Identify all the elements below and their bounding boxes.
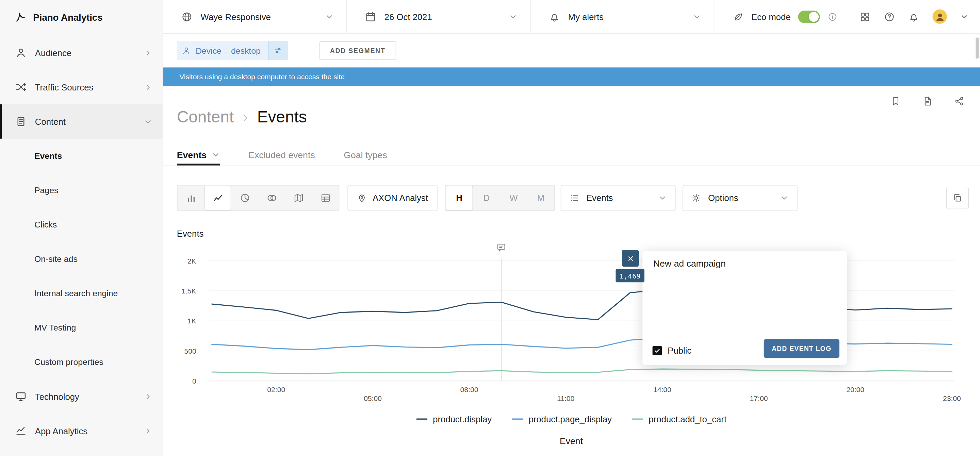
granularity-hour[interactable]: H bbox=[446, 186, 473, 210]
help-icon[interactable] bbox=[884, 11, 895, 22]
granularity-week[interactable]: W bbox=[500, 186, 527, 210]
site-selector[interactable]: Waye Responsive bbox=[163, 0, 347, 33]
piano-logo-icon bbox=[14, 11, 26, 23]
pie-chart-icon[interactable] bbox=[231, 186, 258, 210]
chevron-down-icon bbox=[780, 194, 789, 202]
legend-swatch bbox=[416, 419, 427, 420]
checkbox-checked-icon[interactable] bbox=[653, 346, 662, 355]
tab-excluded-events[interactable]: Excluded events bbox=[248, 143, 315, 165]
chevron-right-icon bbox=[143, 83, 153, 92]
sidebar-subitem-onsite-ads[interactable]: On-site ads bbox=[0, 242, 163, 276]
sidebar-subitem-pages[interactable]: Pages bbox=[0, 173, 163, 207]
scrollbar-thumb[interactable] bbox=[975, 37, 978, 59]
granularity-day[interactable]: D bbox=[473, 186, 500, 210]
segment-user-icon bbox=[177, 41, 196, 60]
alerts-selector[interactable]: My alerts bbox=[530, 0, 714, 33]
options-dropdown[interactable]: Options bbox=[682, 185, 798, 211]
chevron-down-icon[interactable] bbox=[960, 12, 969, 21]
save-report-icon[interactable] bbox=[922, 95, 933, 107]
axon-analyst-button[interactable]: AXON Analyst bbox=[347, 185, 437, 211]
tab-events[interactable]: Events bbox=[177, 143, 220, 165]
granularity-switcher: H D W M bbox=[445, 185, 555, 211]
sidebar-item-traffic-sources[interactable]: Traffic Sources bbox=[0, 70, 163, 104]
dimension-dropdown-value: Events bbox=[586, 193, 613, 203]
dimension-dropdown[interactable]: Events bbox=[561, 185, 676, 211]
tab-label: Events bbox=[177, 149, 207, 159]
sidebar-subitem-events[interactable]: Events bbox=[0, 139, 163, 173]
public-checkbox-row[interactable]: Public bbox=[653, 345, 692, 355]
event-log-title-input[interactable]: New ad campaign bbox=[653, 259, 726, 268]
bookmark-icon[interactable] bbox=[890, 95, 901, 107]
chevron-down-icon bbox=[692, 12, 701, 21]
line-chart-icon[interactable] bbox=[205, 186, 231, 210]
copy-data-button[interactable] bbox=[946, 187, 969, 209]
share-icon[interactable] bbox=[954, 95, 965, 107]
sidebar-item-app-analytics[interactable]: App Analytics bbox=[0, 413, 163, 448]
venn-chart-icon[interactable] bbox=[258, 186, 285, 210]
segment-filter-icon[interactable] bbox=[268, 41, 288, 60]
sidebar-item-label: Content bbox=[35, 117, 66, 127]
sidebar-subitem-internal-search[interactable]: Internal search engine bbox=[0, 276, 163, 310]
tab-label: Goal types bbox=[344, 149, 387, 159]
sidebar-item-label: App Analytics bbox=[35, 426, 88, 435]
x-axis-tick: 14:00 bbox=[640, 385, 684, 394]
series-line-product.add_to_cart bbox=[212, 369, 952, 374]
legend-item[interactable]: product.display bbox=[416, 414, 492, 424]
quick-actions bbox=[890, 95, 965, 107]
segment-description-banner: Visitors using a desktop computer to acc… bbox=[163, 67, 980, 86]
avatar[interactable] bbox=[932, 10, 947, 24]
legend-swatch bbox=[632, 419, 643, 420]
add-segment-button[interactable]: ADD SEGMENT bbox=[320, 41, 396, 60]
close-icon[interactable] bbox=[622, 250, 639, 267]
chevron-down-icon bbox=[143, 117, 153, 126]
avatar-person-icon bbox=[934, 11, 945, 22]
public-checkbox-label: Public bbox=[668, 345, 692, 355]
legend-label: product.add_to_cart bbox=[649, 414, 727, 424]
eco-mode-label: Eco mode bbox=[751, 11, 791, 21]
apps-grid-icon[interactable] bbox=[859, 11, 871, 22]
alerts-selector-value: My alerts bbox=[568, 11, 685, 21]
chevron-down-icon bbox=[325, 12, 334, 21]
sidebar-item-label: Traffic Sources bbox=[35, 82, 94, 92]
table-view-icon[interactable] bbox=[312, 186, 339, 210]
sidebar-item-label: Custom properties bbox=[34, 357, 103, 367]
sidebar-item-label: MV Testing bbox=[34, 323, 76, 332]
event-log-popup: New ad campaign Public ADD EVENT LOG bbox=[643, 251, 847, 364]
breadcrumb-section[interactable]: Content bbox=[177, 108, 234, 127]
sidebar-item-audience[interactable]: Audience bbox=[0, 36, 163, 70]
date-selector[interactable]: 26 Oct 2021 bbox=[347, 0, 530, 33]
chevron-down-icon bbox=[211, 150, 220, 159]
notifications-bell-icon[interactable] bbox=[908, 11, 920, 22]
bell-icon bbox=[549, 11, 560, 22]
chevron-down-icon bbox=[658, 194, 667, 202]
sidebar-item-content[interactable]: Content bbox=[0, 104, 163, 139]
axon-analyst-label: AXON Analyst bbox=[372, 193, 428, 203]
sidebar-item-technology[interactable]: Technology bbox=[0, 379, 163, 413]
bar-chart-icon[interactable] bbox=[178, 186, 205, 210]
sidebar-subitem-clicks[interactable]: Clicks bbox=[0, 207, 163, 242]
app-logo[interactable]: Piano Analytics bbox=[0, 0, 163, 34]
eco-leaf-icon bbox=[733, 11, 744, 22]
chart-type-switcher bbox=[177, 185, 340, 211]
content-icon bbox=[15, 116, 27, 127]
add-event-log-button[interactable]: ADD EVENT LOG bbox=[764, 339, 840, 358]
x-axis-tick: 17:00 bbox=[737, 393, 781, 403]
sidebar-item-label: Technology bbox=[35, 391, 79, 401]
divider bbox=[163, 165, 980, 166]
sidebar-item-label: Events bbox=[34, 151, 62, 160]
tab-goal-types[interactable]: Goal types bbox=[344, 143, 387, 165]
sidebar-subitem-mv-testing[interactable]: MV Testing bbox=[0, 310, 163, 345]
legend-item[interactable]: product.page_display bbox=[512, 414, 612, 424]
map-view-icon[interactable] bbox=[285, 186, 312, 210]
options-dropdown-value: Options bbox=[708, 193, 738, 203]
info-icon[interactable] bbox=[827, 11, 837, 21]
granularity-month[interactable]: M bbox=[527, 186, 554, 210]
sidebar-subitem-custom-properties[interactable]: Custom properties bbox=[0, 345, 163, 379]
legend-item[interactable]: product.add_to_cart bbox=[632, 414, 727, 424]
annotation-comment-icon[interactable] bbox=[496, 242, 507, 253]
segment-chip[interactable]: Device = desktop bbox=[177, 41, 288, 60]
technology-icon bbox=[15, 390, 27, 402]
y-axis-tick: 500 bbox=[169, 346, 196, 356]
eco-mode: Eco mode bbox=[714, 0, 837, 33]
eco-mode-toggle[interactable] bbox=[798, 10, 820, 23]
